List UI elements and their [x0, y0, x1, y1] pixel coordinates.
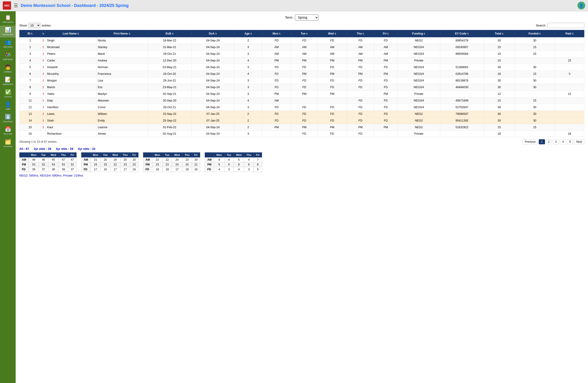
- table-row[interactable]: 13!LewisWilliam23-Sep-2207-Jan-252FDFDFD…: [20, 111, 584, 117]
- last-name-cell: Peters: [47, 52, 55, 55]
- exclamation-icon: !: [42, 72, 44, 76]
- page-title: Demo Montessori School - Dashboard - 202…: [21, 3, 129, 8]
- search-label: Search:: [536, 24, 546, 27]
- col-first-name[interactable]: First Name: [96, 30, 148, 37]
- table-header: ID Last Name First Name DoB DoA Age Mon …: [20, 30, 584, 37]
- allocation-icon: 👥: [5, 40, 11, 45]
- col-dob[interactable]: DoB: [148, 30, 191, 37]
- exclamation-icon: !: [42, 105, 44, 109]
- first-name-cell: Marilyn: [98, 92, 107, 95]
- first-name-cell: Conor: [98, 106, 105, 109]
- col-tue[interactable]: Tue: [291, 30, 317, 37]
- table-row[interactable]: 15!KaurLeanne01-Feb-2204-Sep-242PMPMPMPM…: [20, 124, 584, 131]
- sidebar-label-comms: Comms: [4, 95, 12, 98]
- show-entries: Show 15 10 25 50 100 entries: [19, 23, 51, 28]
- table-row[interactable]: 11!DalyMaureen20-Sep-2004-Sep-244AMFDFDN…: [20, 97, 584, 104]
- entries-select[interactable]: 15 10 25 50 100: [28, 23, 41, 28]
- sidebar-item-inventory[interactable]: 🗂️ Inventory: [0, 137, 16, 149]
- children-icon: 🧒: [5, 65, 11, 70]
- col-last-name[interactable]: Last Name: [45, 30, 96, 37]
- exclamation-icon: !: [42, 112, 44, 116]
- sidebar-item-allocation[interactable]: 👥 Allocation: [0, 38, 16, 50]
- sidebar-label-staff-ratio: Staff Ratio: [3, 58, 13, 61]
- last-name-cell: Singh: [47, 39, 55, 42]
- col-thu[interactable]: Thu: [347, 30, 374, 37]
- col-ey-code[interactable]: EY Code: [440, 30, 484, 37]
- all-total[interactable]: All : 67: [19, 147, 29, 151]
- sidebar-item-children[interactable]: 🧒 Children: [0, 63, 16, 75]
- comms-icon: ✅: [5, 90, 11, 95]
- topbar: ABC ☰ Demo Montessori School - Dashboard…: [0, 0, 588, 11]
- table-row[interactable]: 6!MccarthyFrancesca26-Oct-2004-Sep-244FD…: [20, 71, 584, 77]
- attendance-icon: 📋: [5, 15, 11, 20]
- col-mon[interactable]: Mon: [262, 30, 291, 37]
- last-name-cell: Mccarthy: [47, 72, 59, 75]
- col-funding[interactable]: Funding: [398, 30, 440, 37]
- sidebar-item-term-info[interactable]: 📅 Term Info: [0, 125, 16, 137]
- table-row[interactable]: 9!YatesMarilyn02-Sep-2104-Sep-243PMPMPMP…: [20, 91, 584, 97]
- col-funded[interactable]: Funded: [515, 30, 555, 37]
- exclamation-icon: !: [42, 45, 44, 49]
- col-excl[interactable]: [41, 30, 45, 37]
- table-row[interactable]: 1!SinghNicola16-Mar-2204-Sep-242FDFDFDFD…: [20, 37, 584, 44]
- first-name-cell: Leanne: [98, 126, 107, 129]
- first-name-cell: Marie: [98, 52, 105, 55]
- sidebar-item-comms[interactable]: ✅ Comms: [0, 88, 16, 100]
- table-row[interactable]: 3!PetersMarie29-Oct-2104-Sep-243AMAMAMAM…: [20, 51, 584, 57]
- table-row[interactable]: 5!HowarthNorman03-May-2104-Sep-243FDFDFD…: [20, 64, 584, 71]
- table-row[interactable]: 8!MarshEric23-May-2104-Sep-243FDFDFDFDFD…: [20, 84, 584, 91]
- exclamation-icon: !: [42, 85, 44, 89]
- next-button[interactable]: Next: [574, 139, 584, 144]
- sidebar: 📋 Attendance 📊 Dashboard 👥 Allocation 👫 …: [0, 11, 16, 383]
- last-name-cell: Kaur: [47, 126, 53, 129]
- sidebar-label-download: Download: [3, 120, 13, 123]
- col-paid[interactable]: Paid: [555, 30, 584, 37]
- page-btn-1[interactable]: 1: [539, 139, 545, 144]
- sidebar-item-staff[interactable]: 👤 Staff: [0, 100, 16, 112]
- exclamation-icon: !: [42, 79, 44, 82]
- col-total[interactable]: Total: [484, 30, 515, 37]
- table-row[interactable]: 12!HamiltonConor26-Oct-2104-Sep-243FDFDF…: [20, 104, 584, 111]
- last-name-cell: Daly: [47, 99, 53, 102]
- main-content: Term: Spring Autumn Summer Show 15 10 25…: [16, 11, 588, 383]
- page-btn-3[interactable]: 3: [553, 139, 559, 144]
- last-name-cell: Richardson: [47, 132, 62, 135]
- inventory-icon: 🗂️: [5, 139, 11, 144]
- table-row[interactable]: 2!McdonaldStanley31-Mar-2104-Sep-243AMAM…: [20, 44, 584, 51]
- first-name-cell: Norman: [98, 66, 108, 69]
- last-name-cell: Yates: [47, 92, 54, 95]
- summary-area: All : 67 2yr olds : 28 3yr olds : 29 4yr…: [19, 147, 584, 177]
- prev-button[interactable]: Previous: [523, 139, 538, 144]
- table-row[interactable]: 14!ShahEmily25-Sep-2207-Jan-252FDFDFDFDF…: [20, 117, 584, 124]
- col-wed[interactable]: Wed: [317, 30, 347, 37]
- col-id[interactable]: ID: [20, 30, 41, 37]
- page-btn-5[interactable]: 5: [567, 139, 573, 144]
- download-icon: ⬇️: [5, 114, 11, 119]
- col-doa[interactable]: DoA: [191, 30, 234, 37]
- sidebar-item-dashboard[interactable]: 📊 Dashboard: [0, 25, 16, 38]
- funding-summary-link[interactable]: NEG2: 585hrs, NEG3/4: 690hrs, Private: 2…: [19, 174, 83, 177]
- avatar[interactable]: 👤: [577, 2, 585, 9]
- table-row[interactable]: 7!MorganLisa26-Jun-2104-Sep-243FDFDFDFDF…: [20, 77, 584, 84]
- sidebar-item-staff-ratio[interactable]: 👫 Staff Ratio: [0, 50, 16, 62]
- page-btn-2[interactable]: 2: [546, 139, 552, 144]
- exclamation-icon: !: [42, 92, 44, 96]
- menu-button[interactable]: ☰: [14, 3, 18, 8]
- col-fri[interactable]: Fri: [374, 30, 398, 37]
- sidebar-item-application[interactable]: 📝 Application: [0, 75, 16, 87]
- pagination-row: Showing 1 to 15 of 67 entries Previous 1…: [19, 139, 584, 144]
- last-name-cell: Howarth: [47, 66, 58, 69]
- page-btn-4[interactable]: 4: [560, 139, 566, 144]
- first-name-cell: Francesca: [98, 72, 111, 75]
- col-age[interactable]: Age: [234, 30, 262, 37]
- sidebar-item-download[interactable]: ⬇️ Download: [0, 113, 16, 125]
- age2-total: 2yr olds : 28: [34, 147, 51, 151]
- table-row[interactable]: 4!CarterAndrea12-Dec-2004-Sep-244PMPMPMP…: [20, 57, 584, 64]
- table-row[interactable]: 16RichardsonAimee02-Aug-2104-Sep-243FDFD…: [20, 131, 584, 137]
- exclamation-icon: !: [42, 59, 44, 62]
- search-input[interactable]: [547, 23, 584, 28]
- term-select[interactable]: Spring Autumn Summer: [295, 15, 319, 21]
- sidebar-item-attendance[interactable]: 📋 Attendance: [0, 13, 16, 25]
- last-name-cell: Carter: [47, 59, 55, 62]
- age4-total: 4yr olds : 10: [78, 147, 95, 151]
